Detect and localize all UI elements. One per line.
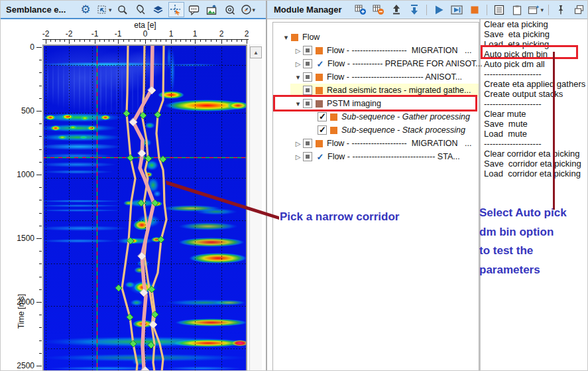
module-manager-toolbar: ▾ (353, 2, 587, 17)
menu-separator: -------------------- (482, 69, 588, 79)
eta-minor-tick (227, 39, 227, 42)
eta-minor-tick (166, 39, 166, 42)
menu-item[interactable]: Load mute (482, 129, 588, 139)
eta-minor-tick (180, 39, 181, 42)
tree-menu-divider[interactable] (479, 19, 481, 371)
region-select-icon[interactable]: ▾ (95, 2, 113, 17)
expand-arrow-icon[interactable]: ▷ (293, 153, 303, 161)
tree-checkbox[interactable] (303, 152, 312, 161)
expand-arrow-icon[interactable]: ▷ (293, 60, 303, 68)
menu-item[interactable]: Auto pick dm bin (482, 49, 588, 59)
time-minor-tick (39, 136, 42, 137)
expand-arrow-icon[interactable]: ▷ (293, 47, 303, 54)
tree-checkbox[interactable] (303, 59, 312, 68)
menu-item[interactable]: Load eta picking (482, 39, 588, 49)
tree-row[interactable]: ▷Flow - -------------------- MIGRATION .… (273, 137, 479, 150)
tree-checkbox[interactable] (303, 46, 312, 55)
tree-row[interactable]: Read seismic traces - migrated gathe... (273, 84, 479, 97)
expand-arrow-icon[interactable]: ▷ (293, 140, 303, 147)
time-tick-label: 0 (9, 42, 34, 52)
semblance-panel-title: Semblance e... (6, 5, 66, 15)
gear-icon[interactable]: ⚙ (78, 2, 93, 17)
menu-item[interactable]: Load corridor eta picking (482, 169, 588, 179)
move-down-icon[interactable] (406, 2, 422, 17)
compass-icon[interactable]: ▾ (240, 2, 257, 17)
tree-checkbox[interactable] (303, 139, 312, 148)
stop-icon[interactable] (467, 2, 483, 17)
crosshair-pick-icon[interactable] (168, 2, 184, 17)
tree-checkbox[interactable] (318, 112, 327, 121)
menu-item[interactable]: Save eta picking (482, 29, 588, 39)
pan-mouse-icon[interactable] (133, 2, 148, 17)
eta-minor-tick (216, 39, 217, 42)
collapse-arrow-icon[interactable]: ▾ (293, 100, 303, 108)
eta-minor-tick (241, 39, 242, 42)
tree-row[interactable]: ▷✓Flow - ------------------------------ … (273, 150, 479, 163)
remove-module-icon[interactable] (371, 2, 386, 17)
menu-item[interactable]: Create eta applied gathers (482, 79, 588, 89)
export-image-icon[interactable] (204, 2, 220, 17)
panel-divider[interactable] (266, 1, 267, 371)
move-up-icon[interactable] (388, 2, 404, 17)
pin-icon[interactable] (553, 2, 569, 17)
tree-row[interactable]: Sub-sequence - Gather processing (273, 110, 479, 123)
toolbar-separator (487, 5, 487, 15)
layers-icon[interactable] (150, 2, 166, 17)
menu-item[interactable]: Clear corridor eta picking (482, 149, 588, 159)
menu-item[interactable]: Create output stacks (482, 89, 588, 99)
eta-major-tick (95, 39, 95, 44)
module-tree-panel: ▾Flow▷Flow - -------------------- MIGRAT… (272, 22, 479, 371)
tree-row[interactable]: ▾Flow (273, 31, 479, 44)
collapse-arrow-icon[interactable]: ▾ (281, 33, 291, 42)
menu-item[interactable]: Clear mute (482, 109, 588, 119)
time-minor-tick (39, 213, 42, 214)
time-minor-tick (39, 340, 42, 341)
tree-checkbox[interactable] (303, 72, 312, 82)
add-module-icon[interactable] (353, 2, 369, 17)
tree-row[interactable]: ▷Flow - -------------------- MIGRATION .… (273, 44, 479, 57)
collapse-arrow-icon[interactable]: ▾ (293, 73, 303, 82)
time-minor-tick (39, 187, 42, 188)
eta-major-tick (171, 39, 172, 44)
eta-minor-tick (104, 39, 105, 42)
comment-icon[interactable] (186, 2, 202, 17)
zoom-icon[interactable] (115, 2, 131, 17)
float-window-icon[interactable] (571, 2, 587, 17)
run-to-icon[interactable] (449, 2, 465, 17)
tree-checkbox[interactable] (303, 99, 312, 108)
scrollbar-up-button[interactable]: ▲ (250, 46, 262, 58)
time-tick-label: 500 (9, 106, 34, 115)
menu-item[interactable]: Save corridor eta picking (482, 159, 588, 169)
log-icon[interactable] (491, 2, 507, 17)
time-minor-tick (39, 327, 42, 328)
eta-minor-tick (80, 39, 80, 42)
module-tree: ▾Flow▷Flow - -------------------- MIGRAT… (273, 23, 479, 163)
time-tick-label: 2000 (9, 297, 34, 307)
new-window-icon[interactable]: ▾ (527, 2, 544, 17)
tree-row[interactable]: Sub-sequence - Stack processing (273, 123, 479, 137)
semblance-plot[interactable] (42, 44, 247, 371)
module-square-icon (316, 74, 323, 81)
zoom-area-icon[interactable] (222, 2, 238, 17)
menu-item[interactable]: Clear eta picking (482, 19, 588, 29)
time-minor-tick (39, 72, 42, 73)
picking-menu-list: Clear eta pickingSave eta pickingLoad et… (482, 19, 588, 179)
eta-minor-tick (113, 39, 114, 42)
run-icon[interactable] (431, 2, 447, 17)
menu-item[interactable]: Auto pick dm all (482, 59, 588, 69)
tree-row[interactable]: ▾Flow - -------------------------- ANISO… (273, 70, 479, 84)
tree-row[interactable]: ▷✓Flow - ----------- PREPARE FOR ANISOT.… (273, 57, 479, 70)
time-minor-tick (39, 200, 42, 200)
tree-row[interactable]: ▾PSTM imaging (273, 97, 479, 110)
module-manager-title: Module Manager (274, 5, 342, 15)
time-minor-tick (39, 86, 42, 86)
chevron-down-icon: ▾ (540, 7, 544, 13)
tree-checkbox[interactable] (318, 125, 327, 135)
menu-item[interactable]: Save mute (482, 119, 588, 129)
flow-check-icon: ✓ (316, 152, 325, 162)
plot-scrollbar[interactable]: ▲ (249, 44, 262, 371)
eta-minor-tick (206, 39, 206, 42)
semblance-toolbar: ⚙▾▾ (78, 2, 256, 17)
tree-checkbox[interactable] (303, 86, 312, 95)
clipboard-icon[interactable] (509, 2, 525, 17)
